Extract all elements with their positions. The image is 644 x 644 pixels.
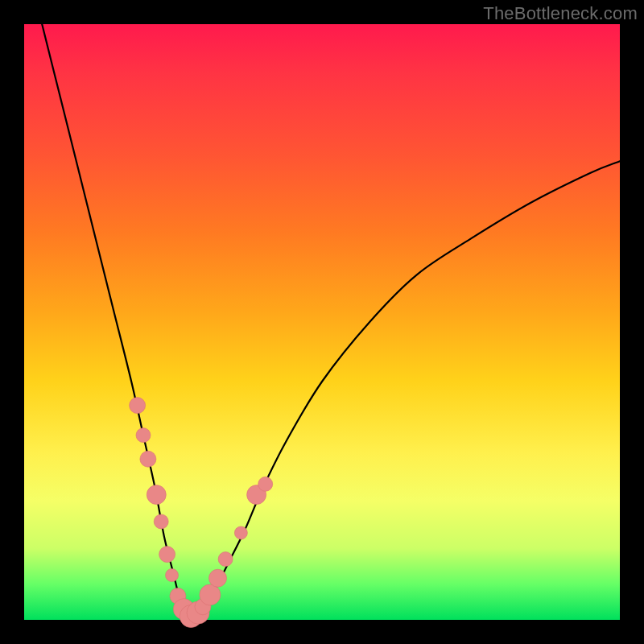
bottleneck-curve xyxy=(42,24,620,617)
chart-svg xyxy=(24,24,620,620)
highlight-dot xyxy=(166,569,179,582)
highlight-dot xyxy=(147,485,166,505)
highlight-dot xyxy=(140,451,156,467)
highlight-dot xyxy=(159,547,175,563)
highlight-dot xyxy=(258,477,273,491)
watermark-text: TheBottleneck.com xyxy=(483,3,638,24)
highlight-dot xyxy=(234,526,247,539)
highlight-dot xyxy=(154,514,168,529)
highlight-dot xyxy=(130,398,146,414)
highlight-dots-group xyxy=(130,398,273,628)
chart-frame: TheBottleneck.com xyxy=(0,0,644,644)
highlight-dot xyxy=(209,569,227,587)
highlight-dot xyxy=(200,584,221,605)
highlight-dot xyxy=(218,552,233,567)
highlight-dot xyxy=(136,428,151,443)
chart-plot-area xyxy=(24,24,620,620)
